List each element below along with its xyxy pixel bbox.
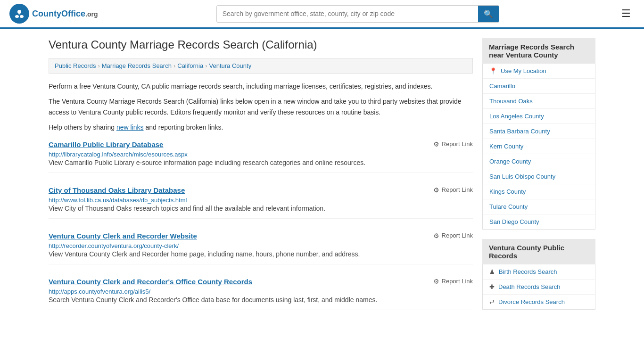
result-item-thousand-oaks-library: City of Thousand Oaks Library Database ⚙… [49,186,473,219]
breadcrumb-public-records[interactable]: Public Records [55,62,96,69]
sidebar-item-kern-county[interactable]: Kern County [483,139,595,154]
result-title-2[interactable]: City of Thousand Oaks Library Database [49,186,185,194]
sidebar-item-los-angeles-county[interactable]: Los Angeles County [483,109,595,124]
thousand-oaks-link[interactable]: Thousand Oaks [483,94,595,108]
public-records-list: ♟ Birth Records Search ✚ Death Records S… [482,264,595,310]
nearby-header: Marriage Records Search near Ventura Cou… [482,38,595,64]
desc-para-3-prefix: Help others by sharing [49,123,116,131]
orange-county-label: Orange County [489,158,531,165]
san-diego-county-link[interactable]: San Diego County [483,214,595,229]
logo-county: County [32,9,61,18]
kings-county-link[interactable]: Kings County [483,184,595,199]
sidebar-item-death-records[interactable]: ✚ Death Records Search [483,280,595,295]
nearby-section: Marriage Records Search near Ventura Cou… [482,38,595,230]
los-angeles-county-link[interactable]: Los Angeles County [483,109,595,123]
report-label-2: Report Link [442,186,473,193]
svg-point-4 [18,13,20,15]
tulare-county-link[interactable]: Tulare County [483,199,595,214]
sidebar-item-divorce-records[interactable]: ⇄ Divorce Records Search [483,295,595,309]
thousand-oaks-label: Thousand Oaks [489,98,533,105]
hamburger-icon: ☰ [621,8,631,19]
birth-records-link[interactable]: ♟ Birth Records Search [483,264,595,279]
result-header-1: Camarillo Public Library Database ⚙ Repo… [49,140,473,148]
report-label-1: Report Link [442,140,473,148]
public-records-section: Ventura County Public Records ♟ Birth Re… [482,239,595,310]
result-url-2[interactable]: http://www.tol.lib.ca.us/databases/db_su… [49,197,187,204]
logo-tld: .org [85,10,98,18]
hamburger-menu-button[interactable]: ☰ [618,6,635,22]
result-desc-3: View Ventura County Clerk and Recorder h… [49,249,473,259]
svg-point-2 [15,15,19,18]
report-link-1[interactable]: ⚙ Report Link [433,140,473,148]
new-links-link[interactable]: new links [116,123,144,131]
sidebar-item-san-luis-obispo-county[interactable]: San Luis Obispo County [483,169,595,184]
camarillo-label: Camarillo [489,82,515,90]
result-url-3[interactable]: http://recorder.countyofventura.org/coun… [49,242,179,249]
desc-para-3-suffix: and reporting broken links. [144,123,223,131]
sidebar-item-orange-county[interactable]: Orange County [483,154,595,169]
kern-county-link[interactable]: Kern County [483,139,595,154]
sidebar-item-tulare-county[interactable]: Tulare County [483,199,595,214]
breadcrumb-sep-3: › [205,62,207,69]
logo-area: CountyOffice.org [9,4,98,24]
search-area: 🔍 [216,5,499,23]
breadcrumb-marriage-records[interactable]: Marriage Records Search [102,62,172,69]
result-url-4[interactable]: http://apps.countyofventura.org/ailis5/ [49,288,150,295]
search-button[interactable]: 🔍 [478,6,499,22]
breadcrumb: Public Records › Marriage Records Search… [49,58,473,74]
kern-county-label: Kern County [489,143,523,150]
result-header-4: Ventura County Clerk and Recorder's Offi… [49,278,473,286]
result-item-ventura-clerk-recorder: Ventura County Clerk and Recorder Websit… [49,232,473,264]
desc-para-2: The Ventura County Marriage Records Sear… [49,96,473,117]
desc-para-1: Perform a free Ventura County, CA public… [49,81,473,91]
report-link-4[interactable]: ⚙ Report Link [433,278,473,285]
sidebar-item-birth-records[interactable]: ♟ Birth Records Search [483,264,595,280]
sidebar-item-thousand-oaks[interactable]: Thousand Oaks [483,94,595,109]
breadcrumb-california[interactable]: California [177,62,203,69]
use-my-location-link[interactable]: 📍 Use My Location [483,64,595,78]
san-luis-obispo-county-link[interactable]: San Luis Obispo County [483,169,595,184]
result-desc-4: Search Ventura County Clerk and Recorder… [49,295,473,305]
tulare-county-label: Tulare County [489,203,528,210]
arrows-icon: ⇄ [489,298,495,305]
report-icon-2: ⚙ [433,186,439,194]
header: CountyOffice.org 🔍 ☰ [0,0,644,29]
result-url-1[interactable]: http://librarycatalog.info/search/misc/e… [49,151,188,158]
death-records-label: Death Records Search [498,283,561,290]
description: Perform a free Ventura County, CA public… [49,81,473,133]
sidebar-item-san-diego-county[interactable]: San Diego County [483,214,595,229]
sidebar-item-camarillo[interactable]: Camarillo [483,79,595,94]
result-header-3: Ventura County Clerk and Recorder Websit… [49,232,473,240]
result-title-3[interactable]: Ventura County Clerk and Recorder Websit… [49,232,197,240]
result-desc-1: View Camarillo Public Library e-source i… [49,158,473,168]
sidebar-item-kings-county[interactable]: Kings County [483,184,595,199]
report-label-4: Report Link [442,278,473,285]
santa-barbara-county-link[interactable]: Santa Barbara County [483,124,595,139]
divorce-records-label: Divorce Records Search [498,298,565,305]
report-link-3[interactable]: ⚙ Report Link [433,232,473,239]
result-title-4[interactable]: Ventura County Clerk and Recorder's Offi… [49,278,252,286]
nearby-list: 📍 Use My Location Camarillo Thousand Oak… [482,64,595,230]
divorce-records-link[interactable]: ⇄ Divorce Records Search [483,295,595,309]
logo-office: Office [61,9,85,18]
result-item-ventura-clerk-records: Ventura County Clerk and Recorder's Offi… [49,278,473,310]
birth-records-label: Birth Records Search [499,268,557,275]
sidebar-item-use-my-location[interactable]: 📍 Use My Location [483,64,595,79]
los-angeles-county-label: Los Angeles County [489,113,544,120]
orange-county-link[interactable]: Orange County [483,154,595,169]
result-title-1[interactable]: Camarillo Public Library Database [49,140,163,148]
use-my-location-label: Use My Location [501,67,546,74]
kings-county-label: Kings County [489,188,526,195]
search-input[interactable] [217,6,478,21]
breadcrumb-ventura-county[interactable]: Ventura County [209,62,252,69]
san-diego-county-label: San Diego County [489,218,539,225]
content-area: Ventura County Marriage Records Search (… [49,38,473,323]
death-records-link[interactable]: ✚ Death Records Search [483,280,595,294]
result-header-2: City of Thousand Oaks Library Database ⚙… [49,186,473,194]
sidebar-item-santa-barbara-county[interactable]: Santa Barbara County [483,124,595,139]
report-link-2[interactable]: ⚙ Report Link [433,186,473,194]
report-icon-1: ⚙ [433,140,439,148]
camarillo-link[interactable]: Camarillo [483,79,595,93]
breadcrumb-sep-1: › [98,62,99,69]
report-icon-4: ⚙ [433,278,439,285]
